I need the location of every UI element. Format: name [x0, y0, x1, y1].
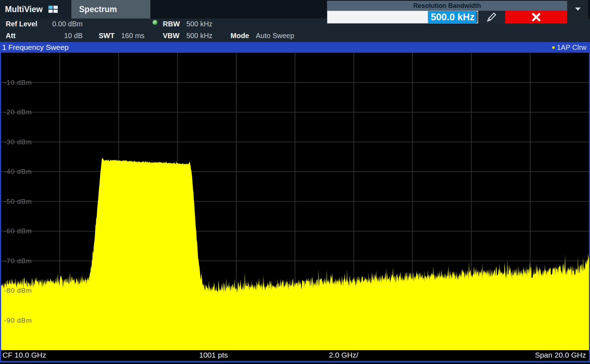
y-axis-tick-label: -80 dBm — [4, 287, 32, 295]
ref-level-value[interactable]: 0.00 dBm — [46, 20, 83, 28]
entry-panel-row: 500.0 kHz — [327, 11, 567, 24]
mode-value[interactable]: Auto Sweep — [256, 32, 294, 40]
trace1-color-dot-icon — [552, 46, 555, 49]
rbw-label[interactable]: RBW — [163, 20, 180, 28]
dropdown-arrow-icon — [575, 7, 581, 11]
vbw-label[interactable]: VBW — [163, 32, 180, 40]
ref-level-label[interactable]: Ref Level — [6, 20, 37, 28]
y-axis-tick-label: -20 dBm — [4, 108, 32, 116]
pencil-edit-icon — [486, 11, 498, 23]
y-axis-tick-label: -40 dBm — [4, 168, 32, 176]
entry-panel-resolution-bandwidth: Resolution Bandwidth 500.0 kHz — [327, 1, 567, 24]
entry-panel-title: Resolution Bandwidth — [327, 1, 567, 11]
center-frequency-readout[interactable]: CF 10.0 GHz — [2, 351, 46, 359]
tab-spectrum-label: Spectrum — [79, 5, 117, 14]
trace1-label: 1AP Clrw — [557, 43, 586, 52]
y-axis-tick-label: -50 dBm — [4, 198, 32, 206]
analyzer-screen: MultiView Spectrum Ref Level 0.00 dBm RB… — [0, 0, 590, 364]
screen-bottom-border — [0, 362, 590, 364]
y-axis-tick-label: -90 dBm — [4, 317, 32, 324]
tab-multiview[interactable]: MultiView — [0, 0, 71, 19]
per-division-readout[interactable]: 2.0 GHz/ — [329, 351, 358, 359]
close-x-icon — [531, 12, 542, 22]
multiview-grid-icon — [48, 6, 58, 13]
frequency-sweep-window: 1 Frequency Sweep 1AP Clrw -10 dBm-20 dB… — [0, 42, 590, 362]
vbw-value[interactable]: 500 kHz — [186, 32, 212, 40]
spectrum-trace-svg — [1, 53, 589, 350]
mode-label[interactable]: Mode — [231, 32, 249, 40]
sweep-status-led-icon — [152, 20, 157, 25]
spectrum-plot-area[interactable]: -10 dBm-20 dBm-30 dBm-40 dBm-50 dBm-60 d… — [1, 53, 589, 350]
window-title-bar[interactable]: 1 Frequency Sweep 1AP Clrw — [0, 42, 590, 53]
axis-readout-bar: CF 10.0 GHz 1001 pts 2.0 GHz/ Span 20.0 … — [1, 350, 589, 361]
span-readout[interactable]: Span 20.0 GHz — [535, 351, 586, 359]
y-axis-tick-label: -30 dBm — [4, 138, 32, 146]
trace-legend[interactable]: 1AP Clrw — [552, 43, 586, 52]
y-axis-tick-label: -70 dBm — [4, 257, 32, 265]
settings-row-2: Att 10 dB SWT 160 ms VBW 500 kHz Mode Au… — [0, 30, 590, 42]
text-caret — [477, 12, 477, 22]
swt-label[interactable]: SWT — [99, 32, 114, 40]
tab-spectrum[interactable]: Spectrum — [71, 0, 150, 19]
close-entry-button[interactable] — [505, 11, 567, 24]
rbw-value[interactable]: 500 kHz — [186, 20, 212, 28]
att-value[interactable]: 10 dB — [46, 32, 83, 40]
window-title: 1 Frequency Sweep — [2, 43, 69, 52]
sweep-points-readout[interactable]: 1001 pts — [199, 351, 228, 359]
att-label[interactable]: Att — [6, 32, 16, 40]
edit-keyboard-button[interactable] — [478, 11, 505, 24]
swt-value[interactable]: 160 ms — [121, 32, 145, 40]
y-axis-tick-label: -10 dBm — [4, 79, 32, 87]
rbw-value-input[interactable]: 500.0 kHz — [327, 11, 478, 24]
entry-panel-dropdown-button[interactable] — [567, 0, 588, 24]
rbw-input-selected-text: 500.0 kHz — [428, 11, 477, 24]
tab-multiview-label: MultiView — [5, 5, 43, 14]
y-axis-tick-label: -60 dBm — [4, 227, 32, 235]
